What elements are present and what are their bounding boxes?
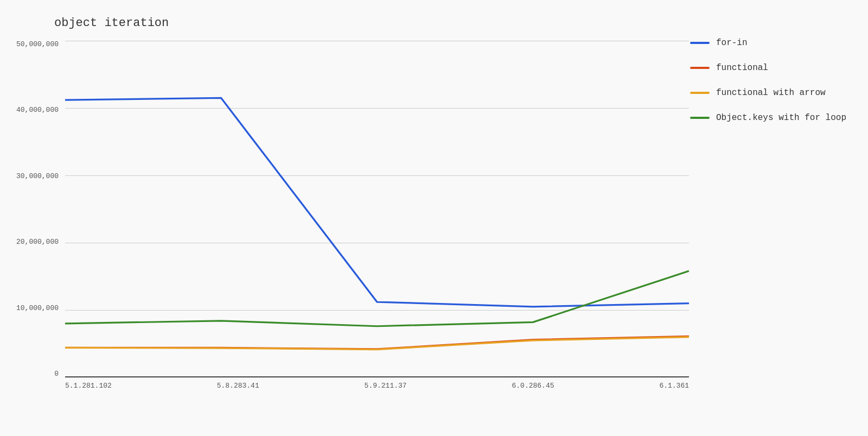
chart-container: object iteration 50,000,00040,000,00030,… (0, 0, 868, 436)
y-axis-label: 30,000,000 (11, 173, 59, 180)
legend-item: functional with arrow (690, 88, 846, 98)
legend: for-infunctionalfunctional with arrowObj… (690, 38, 846, 123)
legend-label: functional with arrow (716, 88, 826, 98)
grid-line (65, 377, 689, 378)
chart-line (65, 337, 689, 350)
y-axis-labels: 50,000,00040,000,00030,000,00020,000,000… (11, 41, 65, 377)
legend-label: Object.keys with for loop (716, 113, 846, 123)
y-axis-label: 20,000,000 (11, 238, 59, 245)
y-axis-label: 40,000,000 (11, 106, 59, 113)
legend-item: for-in (690, 38, 846, 48)
legend-color (690, 92, 710, 94)
legend-label: for-in (716, 38, 748, 48)
chart-line (65, 271, 689, 326)
x-axis-labels: 5.1.281.1025.8.283.415.9.211.376.0.286.4… (65, 377, 689, 390)
chart-title: object iteration (54, 16, 857, 30)
y-axis-label: 50,000,000 (11, 41, 59, 48)
legend-color (690, 42, 710, 44)
x-axis-label: 5.1.281.102 (65, 382, 112, 390)
legend-color (690, 67, 710, 69)
legend-item: functional (690, 63, 846, 73)
chart-svg (65, 41, 689, 377)
chart-line (65, 98, 689, 306)
x-axis-label: 6.0.286.45 (512, 382, 554, 390)
x-axis-label: 5.9.211.37 (365, 382, 407, 390)
chart-inner (65, 41, 689, 377)
x-axis-label: 5.8.283.41 (217, 382, 259, 390)
x-axis-label: 6.1.361 (659, 382, 689, 390)
legend-label: functional (716, 63, 768, 73)
legend-color (690, 117, 710, 119)
x-axis-line (65, 376, 689, 377)
y-axis-label: 10,000,000 (11, 305, 59, 312)
y-axis-label: 0 (11, 370, 59, 377)
legend-item: Object.keys with for loop (690, 113, 846, 123)
